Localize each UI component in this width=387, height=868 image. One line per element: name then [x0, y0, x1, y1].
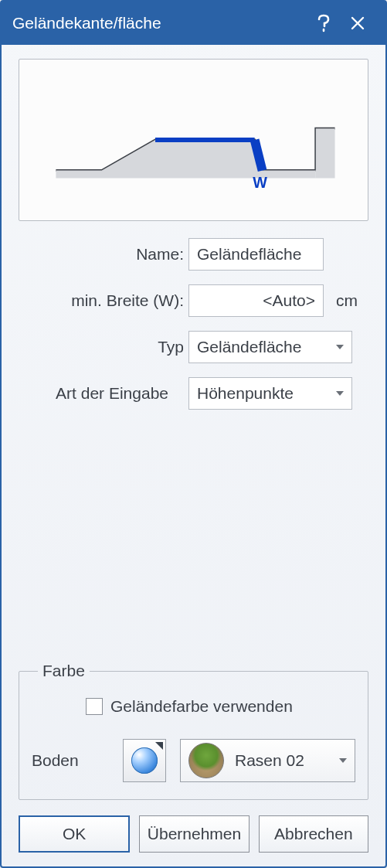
chevron-down-icon [336, 345, 344, 349]
close-button[interactable] [341, 2, 375, 45]
help-button[interactable] [307, 2, 341, 45]
svg-text:W: W [253, 174, 267, 191]
name-label: Name: [19, 245, 188, 264]
use-terrain-checkbox[interactable] [86, 698, 103, 715]
cancel-button[interactable]: Abbrechen [259, 815, 368, 853]
ground-label: Boden [32, 751, 123, 770]
type-label: Typ [19, 338, 188, 356]
use-terrain-label: Geländefarbe verwenden [110, 697, 293, 716]
row-width: min. Breite (W): cm [19, 284, 368, 317]
type-dropdown[interactable]: Geländefläche [188, 331, 352, 363]
help-icon [317, 14, 330, 32]
texture-dropdown[interactable]: Rasen 02 [180, 739, 355, 782]
picker-corner-icon [155, 742, 163, 750]
input-mode-value: Höhenpunkte [197, 384, 336, 403]
button-bar: OK Übernehmen Abbrechen [19, 815, 368, 853]
width-input[interactable] [188, 284, 324, 317]
dialog-content: W Name: min. Breite (W): cm Typ Geländef… [2, 45, 385, 866]
input-mode-dropdown[interactable]: Höhenpunkte [188, 377, 352, 410]
use-terrain-row: Geländefarbe verwenden [86, 697, 355, 716]
width-label: min. Breite (W): [19, 291, 188, 310]
close-icon [351, 16, 365, 30]
ok-button[interactable]: OK [19, 815, 130, 853]
texture-value: Rasen 02 [235, 751, 339, 770]
color-fieldset: Farbe Geländefarbe verwenden Boden Rasen… [19, 662, 368, 800]
titlebar: Geländekante/fläche [2, 2, 385, 45]
input-mode-label: Art der Eingabe [19, 384, 173, 403]
row-name: Name: [19, 238, 368, 271]
chevron-down-icon [336, 391, 344, 396]
form-grid: Name: min. Breite (W): cm Typ Geländeflä… [19, 238, 368, 410]
material-picker-button[interactable] [123, 739, 166, 782]
row-type: Typ Geländefläche [19, 331, 368, 363]
type-value: Geländefläche [197, 338, 336, 356]
spacer [19, 410, 368, 662]
chevron-down-icon [339, 758, 347, 763]
row-input-mode: Art der Eingabe Höhenpunkte [19, 377, 368, 410]
width-unit: cm [336, 291, 358, 310]
name-input[interactable] [188, 238, 324, 271]
color-legend: Farbe [38, 662, 90, 680]
grass-swatch-icon [188, 743, 224, 778]
terrain-diagram: W [19, 59, 368, 221]
sphere-icon [131, 747, 158, 774]
ground-row: Boden Rasen 02 [32, 739, 355, 782]
dialog-title: Geländekante/fläche [12, 14, 307, 32]
dialog-window: Geländekante/fläche W Name: [0, 0, 387, 868]
apply-button[interactable]: Übernehmen [139, 815, 249, 853]
terrain-diagram-svg: W [27, 67, 360, 213]
